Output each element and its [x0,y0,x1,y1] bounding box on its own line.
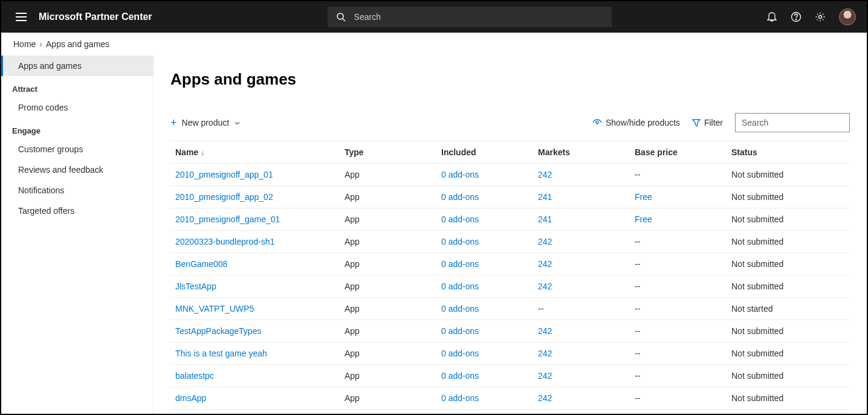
markets-link[interactable]: 241 [538,214,552,224]
cell-baseprice: -- [630,164,727,186]
cell-markets: 242 [533,365,630,387]
product-name-link[interactable]: BenGame008 [175,259,227,269]
cell-baseprice: Free [630,208,727,231]
sidebar-item-notifications[interactable]: Notifications [1,180,153,201]
included-link[interactable]: 0 add-ons [441,304,479,314]
filter-button[interactable]: Filter [692,118,723,127]
col-header-status[interactable]: Status [727,141,850,164]
col-header-included[interactable]: Included [436,141,533,164]
sidebar-heading-engage: Engage [1,118,153,139]
cell-baseprice: -- [630,387,727,410]
markets-link[interactable]: 242 [538,237,552,246]
cell-type: App [340,275,436,298]
menu-icon[interactable] [12,9,30,25]
sidebar-item-targeted-offers[interactable]: Targeted offers [1,201,153,221]
product-name-link[interactable]: 2010_pmesignoff_app_01 [175,170,273,179]
cell-baseprice: Free [630,186,727,208]
baseprice-link[interactable]: Free [635,192,652,202]
breadcrumb: Home › Apps and games [1,33,867,56]
product-name-link[interactable]: MNK_VATPT_UWP5 [175,304,254,314]
cell-type: App [340,365,436,387]
new-product-label: New product [182,118,230,127]
cell-markets: 242 [533,164,630,186]
cell-baseprice: -- [630,298,727,320]
cell-baseprice: -- [630,275,727,298]
cell-markets: 242 [533,343,630,365]
bell-icon[interactable] [766,11,777,22]
included-link[interactable]: 0 add-ons [441,259,479,269]
breadcrumb-home[interactable]: Home [13,39,36,49]
cell-status: Not started [727,298,850,320]
avatar[interactable] [839,8,856,25]
table-row: This is a test game yeahApp0 add-ons242-… [170,343,850,365]
col-header-markets[interactable]: Markets [533,141,630,164]
global-search[interactable] [328,7,612,27]
markets-link[interactable]: 242 [538,393,552,403]
toolbar: + New product Show/hide products Filter [170,113,850,141]
top-bar: Microsoft Partner Center [1,1,867,33]
product-name-link[interactable]: balatestpc [175,371,214,381]
svg-point-3 [795,19,796,19]
markets-link[interactable]: 242 [538,259,552,269]
product-name-link[interactable]: 2010_pmesignoff_game_01 [175,214,280,224]
cell-markets: 241 [533,208,630,231]
sidebar-item-reviews-feedback[interactable]: Reviews and feedback [1,159,153,180]
sidebar-item-customer-groups[interactable]: Customer groups [1,139,153,159]
included-link[interactable]: 0 add-ons [441,393,479,403]
filter-icon [692,118,701,127]
col-header-type[interactable]: Type [340,141,436,164]
table-row: 2010_pmesignoff_app_01App0 add-ons242--N… [170,164,850,186]
product-name-link[interactable]: This is a test game yeah [175,349,267,358]
markets-link[interactable]: 242 [538,326,552,336]
gear-icon[interactable] [815,11,826,22]
sidebar-item-promo-codes[interactable]: Promo codes [1,97,153,118]
table-row: 2010_pmesignoff_app_02App0 add-ons241Fre… [170,186,850,208]
markets-link[interactable]: 241 [538,192,552,202]
markets-link[interactable]: 242 [538,371,552,381]
cell-status: Not submitted [727,387,850,410]
new-product-button[interactable]: + New product [170,117,241,129]
cell-status: Not submitted [727,365,850,387]
markets-link[interactable]: 242 [538,170,552,179]
product-name-link[interactable]: JlsTestApp [175,281,216,291]
show-hide-products-button[interactable]: Show/hide products [592,118,680,127]
product-name-link[interactable]: dmsApp [175,393,206,403]
baseprice-link[interactable]: Free [635,214,652,224]
svg-line-1 [343,19,345,21]
product-name-link[interactable]: TestAppPackageTypes [175,326,261,336]
product-name-link[interactable]: 20200323-bundleprod-sh1 [175,237,274,246]
table-search[interactable] [735,113,850,132]
global-search-input[interactable] [354,12,603,22]
cell-status: Not submitted [727,231,850,253]
cell-markets: -- [533,298,630,320]
cell-baseprice: -- [630,343,727,365]
sort-arrow-icon: ↓ [201,149,204,157]
sidebar-heading-attract: Attract [1,76,153,97]
col-header-name[interactable]: Name↓ [170,141,340,164]
included-link[interactable]: 0 add-ons [441,237,479,246]
cell-status: Not submitted [727,186,850,208]
included-link[interactable]: 0 add-ons [441,192,479,202]
plus-icon: + [170,117,177,129]
breadcrumb-current: Apps and games [46,39,109,49]
cell-type: App [340,231,436,253]
help-icon[interactable] [791,11,802,22]
included-link[interactable]: 0 add-ons [441,281,479,291]
included-link[interactable]: 0 add-ons [441,371,479,381]
cell-baseprice: -- [630,231,727,253]
table-search-input[interactable] [742,118,847,127]
cell-type: App [340,298,436,320]
product-name-link[interactable]: 2010_pmesignoff_app_02 [175,192,273,202]
markets-link[interactable]: 242 [538,349,552,358]
table-row: MNK_VATPT_UWP5App0 add-ons----Not starte… [170,298,850,320]
sidebar-item-apps-games[interactable]: Apps and games [1,56,153,76]
included-link[interactable]: 0 add-ons [441,170,479,179]
included-link[interactable]: 0 add-ons [441,349,479,358]
cell-status: Not submitted [727,320,850,343]
cell-markets: 241 [533,186,630,208]
included-link[interactable]: 0 add-ons [441,326,479,336]
markets-link[interactable]: 242 [538,281,552,291]
included-link[interactable]: 0 add-ons [441,214,479,224]
col-header-baseprice[interactable]: Base price [630,141,727,164]
cell-status: Not submitted [727,343,850,365]
